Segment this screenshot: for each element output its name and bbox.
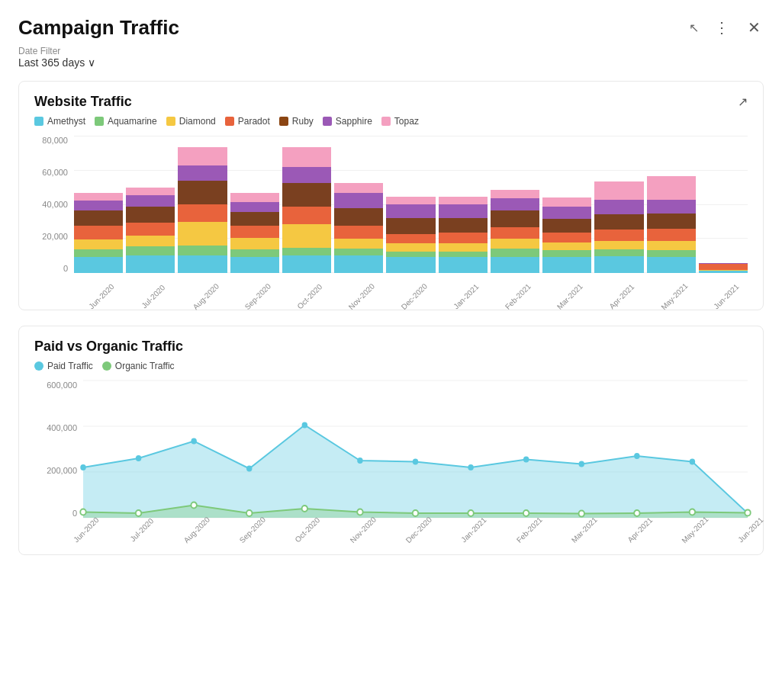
website-traffic-title: Website Traffic [34,94,132,110]
bar-group: Feb-2021 [491,136,539,273]
bar-segment-paradot [282,207,331,224]
bar-segment-sapphire [282,167,331,183]
paid-traffic-dot [523,457,529,463]
date-filter-dropdown[interactable]: Last 365 days ∨ [18,56,764,69]
bar-segment-ruby [178,181,227,204]
organic-traffic-dot [413,510,418,516]
y-axis-label: 600,000 [47,381,77,390]
x-axis-label: Sep-2020 [243,282,272,311]
bar-segment-aquamarine [491,249,539,258]
legend-item: Diamond [166,116,216,127]
bar-segment-ruby [491,210,539,227]
expand-icon[interactable]: ↗ [738,95,748,109]
bar-segment-paradot [126,223,175,236]
x-axis-label: Mar-2021 [570,515,599,544]
bar-segment-paradot [647,229,696,240]
bar-segment-paradot [542,233,591,242]
bar-segment-paradot [74,226,123,239]
x-axis-label: Nov-2020 [349,515,378,544]
x-axis-label: Jun-2020 [87,282,115,310]
bar-segment-paradot [491,227,539,239]
x-axis-label: Apr-2021 [608,282,636,310]
bar-segment-aquamarine [647,250,696,257]
bar-segment-sapphire [386,204,435,218]
bar-segment-paradot [699,264,748,270]
paid-organic-title: Paid vs Organic Traffic [34,339,183,355]
bar-segment-diamond [74,239,123,249]
paid-traffic-dot [634,453,639,459]
legend-item: Sapphire [323,116,372,127]
bar-group: Jun-2021 [699,136,748,273]
organic-traffic-dot [634,510,639,516]
bar-segment-aquamarine [334,249,383,255]
bar-segment-diamond [282,224,331,248]
bar-segment-amethyst [126,255,175,273]
y-axis-label: 60,000 [42,168,68,177]
bar-segment-topaz [230,193,279,203]
bar-segment-topaz [178,147,227,165]
bar-segment-sapphire [542,207,591,220]
x-axis-label: Dec-2020 [399,282,428,311]
bar-segment-paradot [178,204,227,222]
bar-segment-diamond [126,236,175,246]
x-axis-label: Jun-2021 [712,282,740,310]
x-axis-label: May-2021 [681,515,710,544]
line-chart-svg [83,381,748,518]
bar-segment-amethyst [282,255,331,273]
bar-segment-topaz [594,181,643,199]
bar-segment-amethyst [74,257,123,273]
organic-traffic-dot [136,510,141,516]
x-axis-label: Jan-2021 [452,282,480,310]
organic-traffic-dot [246,510,252,516]
bar-segment-paradot [439,233,488,243]
bar-segment-aquamarine [178,246,227,255]
bar-segment-topaz [647,176,696,200]
x-axis-label: Jan-2021 [459,515,488,544]
chevron-down-icon: ∨ [88,56,95,69]
bar-chart-inner: Jun-2020Jul-2020Aug-2020Sep-2020Oct-2020… [74,136,748,273]
bar-chart: 80,00060,00040,00020,0000 Jun-2020Jul-20… [34,136,748,303]
bar-segment-amethyst [439,257,488,273]
paid-traffic-dot [302,422,307,429]
organic-traffic-dot [523,510,529,516]
organic-traffic-dot [191,503,196,509]
bar-segment-diamond [439,243,488,251]
x-axis-label: Feb-2021 [504,282,533,311]
organic-traffic-dot [357,509,362,515]
bar-segment-aquamarine [594,249,643,256]
bar-group: Apr-2021 [594,136,643,273]
bar-segment-ruby [230,212,279,226]
x-axis-label: Jul-2020 [140,283,167,310]
organic-traffic-dot [690,509,695,515]
date-filter-value-text: Last 365 days [18,56,85,69]
bar-segment-aquamarine [230,249,279,257]
bar-segment-amethyst [334,255,383,273]
bar-segment-aquamarine [282,248,331,255]
bar-group: May-2021 [647,136,696,273]
more-options-button[interactable]: ⋮ [711,15,732,40]
paid-organic-header: Paid vs Organic Traffic [34,339,748,355]
bar-group: Jun-2020 [74,136,123,273]
page: Campaign Traffic ↖ ⋮ ✕ Date Filter Last … [0,0,782,700]
bar-segment-ruby [74,210,123,226]
bar-segment-paradot [594,230,643,240]
bar-segment-paradot [230,226,279,237]
paid-traffic-dot [357,458,362,464]
bar-segment-ruby [386,218,435,234]
paid-traffic-dot [690,459,695,465]
bar-segment-diamond [230,238,279,249]
bar-segment-amethyst [699,271,748,273]
bar-segment-paradot [334,226,383,239]
website-traffic-header: Website Traffic ↗ [34,94,748,110]
x-axis-label: Nov-2020 [347,282,376,311]
legend-item: Paid Traffic [34,361,93,371]
bar-segment-ruby [282,183,331,207]
bar-segment-sapphire [594,200,643,214]
close-button[interactable]: ✕ [745,15,764,40]
x-axis-label: Aug-2020 [182,515,211,544]
paid-traffic-dot [468,464,473,470]
legend-item: Organic Traffic [102,361,175,371]
organic-traffic-dot [302,506,307,512]
bar-segment-topaz [74,193,123,201]
paid-organic-section: Paid vs Organic Traffic Paid TrafficOrga… [18,326,764,555]
